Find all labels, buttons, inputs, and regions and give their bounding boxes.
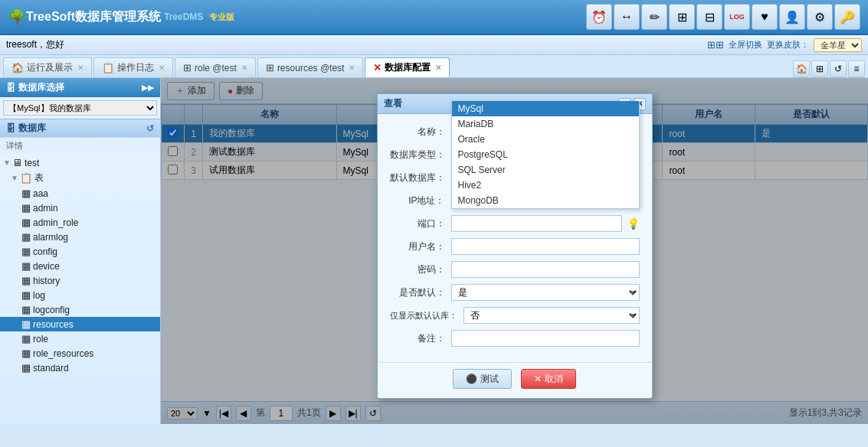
tree-item-device[interactable]: ▦ device [0,259,160,273]
tree-admin-icon: ▦ [21,202,31,214]
tab-resources-icon: ⊞ [266,62,274,73]
tree-log-label: log [33,290,45,301]
modal-body: 名称： 数据库类型： ▼ MySql MariaDB [378,114,652,362]
dropdown-item-mariadb[interactable]: MariaDB [452,116,639,132]
tree-item-role-resources[interactable]: ▦ role_resources [0,346,160,361]
tree-item-alarmlog[interactable]: ▦ alarmlog [0,230,160,244]
form-row-password: 密码： [390,261,640,278]
tab-dbconfig-close[interactable]: ✕ [435,64,441,72]
password-input[interactable] [451,261,640,278]
tree-aaa-label: aaa [33,188,48,199]
isdefault-select[interactable]: 是 否 [451,284,640,301]
sidebar-refresh-btn[interactable]: ↺ [146,123,154,134]
note-label: 备注： [390,332,451,345]
dropdown-item-sqlserver[interactable]: SQL Server [452,162,639,178]
tab-oplog-close[interactable]: ✕ [159,64,165,72]
modal-overlay: 查看 ─ ✕ 名称： 数据库类型： [161,78,868,424]
dropdown-item-oracle[interactable]: Oracle [452,132,639,147]
isdefault-select-wrapper: 是 否 ▼ [451,284,640,301]
showdefault-select[interactable]: 否 是 [463,307,640,324]
tab-expand-btn[interactable]: ⊞ [811,60,828,77]
toolbar-table-btn[interactable]: ⊞ [669,4,695,30]
tree-item-test[interactable]: ▼ 🖥 test [0,155,160,170]
user-input[interactable] [451,238,640,255]
cancel-button[interactable]: ✕ 取消 [521,369,576,389]
tree-config-icon: ▦ [21,246,31,257]
toolbar-clock-btn[interactable]: ⏰ [586,4,612,30]
dropdown-item-mysql[interactable]: MySql [452,101,639,116]
dropdown-item-mongodb[interactable]: MongoDB [452,193,639,208]
tree-role-label: role [33,334,48,344]
toolbar-log-btn[interactable]: LOG [724,4,750,30]
port-label: 端口： [390,217,451,230]
tree-container: ▼ 🖥 test ▼ 📋 表 ▦ aaa ▦ admin ▦ admin_rol… [0,154,160,424]
tree-config-label: config [33,246,57,257]
fullscreen-btn[interactable]: 全屏切换 [729,39,762,51]
dbtype-select-wrapper: ▼ MySql MariaDB Oracle PostgreSQL SQL Se… [451,146,640,163]
tab-resources[interactable]: ⊞ resources @test ✕ [257,57,364,77]
tree-admin-role-label: admin_role [33,217,78,228]
tree-item-admin-role[interactable]: ▦ admin_role [0,215,160,230]
tab-home-btn[interactable]: 🏠 [793,60,810,77]
tree-item-admin[interactable]: ▦ admin [0,201,160,215]
tree-alarmlog-label: alarmlog [33,232,68,243]
tree-item-logconfig[interactable]: ▦ logconfig [0,302,160,317]
note-input[interactable] [451,330,640,347]
header: 🌳 TreeSoft数据库管理系统 TreeDMS 专业版 ⏰ ↔ ✏ ⊞ ⊟ … [0,0,868,35]
tab-dbconfig-label: 数据库配置 [385,61,431,74]
tree-device-icon: ▦ [21,260,31,272]
tab-menu-btn[interactable]: ≡ [848,60,865,77]
tab-oplog[interactable]: 📋 操作日志 ✕ [93,57,173,77]
tree-history-icon: ▦ [21,275,31,286]
test-btn-label: 测试 [480,373,499,386]
modal-footer: ⚫ 测试 ✕ 取消 [378,362,652,398]
tree-item-config[interactable]: ▦ config [0,244,160,259]
cancel-btn-label: 取消 [545,373,563,386]
tab-run-icon: 🏠 [11,62,24,73]
tab-role-close[interactable]: ✕ [241,64,247,72]
sidebar-collapse-btn[interactable]: ▶▶ [142,83,154,92]
expand-test-icon: ▼ [3,158,11,167]
sidebar-header: 🗄 数据库选择 ▶▶ [0,78,160,97]
toolbar-grid-btn[interactable]: ⊟ [696,4,722,30]
dropdown-item-postgresql[interactable]: PostgreSQL [452,147,639,162]
tree-role-icon: ▦ [21,333,31,344]
skin-label: 更换皮肤： [767,39,809,51]
port-input[interactable] [451,215,622,232]
tree-item-log[interactable]: ▦ log [0,288,160,302]
tree-item-aaa[interactable]: ▦ aaa [0,186,160,201]
toolbar-exchange-btn[interactable]: ↔ [614,4,640,30]
dropdown-item-hive2[interactable]: Hive2 [452,178,639,193]
tab-dbconfig[interactable]: ✕ 数据库配置 ✕ [365,57,450,77]
detail-header: 详情 [0,137,160,154]
tab-resources-close[interactable]: ✕ [349,64,355,72]
tree-log-icon: ▦ [21,289,31,301]
app-sub-title: TreeDMS [164,11,203,22]
tree-tables-icon: 📋 [20,172,32,184]
toolbar-heart-btn[interactable]: ♥ [752,4,778,30]
toolbar-user-btn[interactable]: 👤 [779,4,805,30]
tab-refresh-btn[interactable]: ↺ [830,60,847,77]
tab-role[interactable]: ⊞ role @test ✕ [175,57,256,77]
tree-item-tables[interactable]: ▼ 📋 表 [0,170,160,186]
test-button[interactable]: ⚫ 测试 [453,369,512,389]
content-area: ＋ 添加 ● 删除 名称 数据库类型 IP地址 端口 [161,78,868,424]
tree-resources-label: resources [33,319,74,330]
test-btn-icon: ⚫ [466,374,477,384]
menubar-actions: ⊞⊞ 全屏切换 更换皮肤： 金羊星 [707,38,862,52]
tree-item-history[interactable]: ▦ history [0,273,160,288]
modal-dialog: 查看 ─ ✕ 名称： 数据库类型： [377,93,653,399]
tab-run-label: 运行及展示 [27,61,73,74]
db-select[interactable]: 【MySql】我的数据库 [3,100,157,116]
sidebar-db-icon: 🗄 [6,83,15,93]
skin-select[interactable]: 金羊星 [814,38,862,52]
tree-item-role[interactable]: ▦ role [0,331,160,346]
toolbar-edit-btn[interactable]: ✏ [641,4,667,30]
toolbar-settings-btn[interactable]: ⚙ [807,4,833,30]
tree-item-resources[interactable]: ▦ resources [0,317,160,331]
tab-run[interactable]: 🏠 运行及展示 ✕ [3,57,92,77]
toolbar-key-btn[interactable]: 🔑 [834,4,860,30]
tree-item-standard[interactable]: ▦ standard [0,361,160,375]
tab-run-close[interactable]: ✕ [77,64,84,72]
app-edition: 专业版 [209,11,234,23]
